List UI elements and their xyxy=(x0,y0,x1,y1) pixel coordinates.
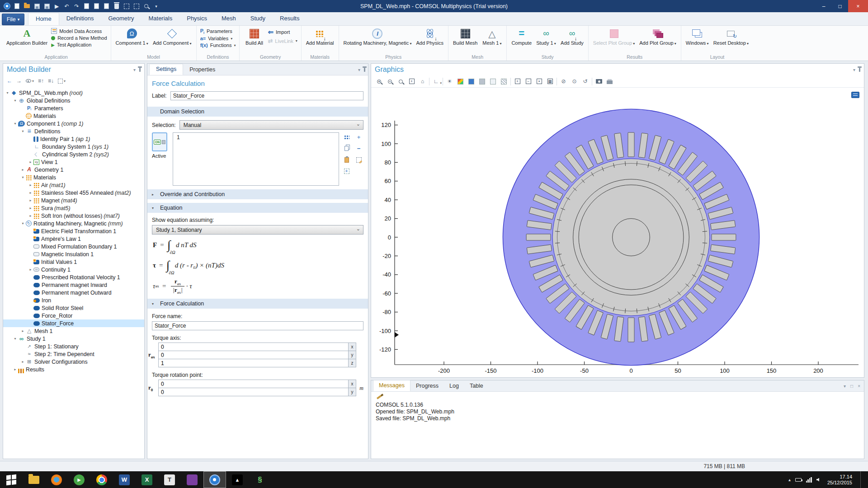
expanded-arrow-icon[interactable]: ▾ xyxy=(20,129,25,133)
tree-item[interactable]: Parameters xyxy=(3,104,144,112)
r0-y-input[interactable] xyxy=(158,388,349,396)
messages-tab-progress[interactable]: Progress xyxy=(410,381,444,391)
tree-item[interactable]: ▸Geometry 1 xyxy=(3,166,144,174)
reset-desktop-button[interactable]: Reset Desktop xyxy=(712,27,750,47)
remove-from-selection-icon[interactable]: − xyxy=(355,145,363,152)
tree-item[interactable]: Step 2: Time Dependent xyxy=(3,350,144,358)
collapsed-arrow-icon[interactable]: ▸ xyxy=(28,198,33,202)
tree-item[interactable]: ▾Materials xyxy=(3,174,144,181)
undo-icon[interactable]: ↶ xyxy=(62,2,71,10)
word-taskbar-icon[interactable]: W xyxy=(113,471,136,488)
tree-item[interactable]: Initial Values 1 xyxy=(3,258,144,266)
pin-icon[interactable] xyxy=(364,68,365,72)
go-to-default-view-icon[interactable]: ⌂ xyxy=(418,77,427,86)
tree-item[interactable]: ▸Solver Configurations xyxy=(3,358,144,366)
collapsed-arrow-icon[interactable]: ▸ xyxy=(13,367,18,371)
show-options-button[interactable]: ▾ xyxy=(26,79,34,83)
app-spring-taskbar-icon[interactable]: § xyxy=(249,471,271,488)
firefox-taskbar-icon[interactable] xyxy=(45,471,68,488)
label-input[interactable] xyxy=(170,91,363,100)
tree-item[interactable]: Boundary System 1(sys 1) xyxy=(3,143,144,150)
create-selection-icon[interactable] xyxy=(343,133,350,141)
panel-dropdown-icon[interactable]: ▾ xyxy=(853,67,855,72)
section-override[interactable]: ▸ Override and Contribution xyxy=(147,189,368,199)
single-color-icon[interactable] xyxy=(467,77,476,86)
find-icon[interactable] xyxy=(142,2,151,10)
tree-item[interactable]: ▾Study 1 xyxy=(3,335,144,343)
material-rendering-icon[interactable] xyxy=(478,77,486,86)
media-green-taskbar-icon[interactable]: ▶ xyxy=(68,471,90,488)
color-theme-icon[interactable] xyxy=(456,77,465,86)
redo-icon[interactable]: ↷ xyxy=(72,2,81,10)
add-to-selection-icon[interactable]: + xyxy=(513,77,522,86)
paste-icon[interactable] xyxy=(92,2,101,10)
equation-study-combo[interactable]: Study 1, Stationary xyxy=(152,225,363,235)
dropdown-icon[interactable]: ▾ xyxy=(844,384,846,389)
ribbon-tab-mesh[interactable]: Mesh xyxy=(214,13,243,25)
app-black-taskbar-icon[interactable]: ▲ xyxy=(226,471,249,488)
compute-button[interactable]: = Compute xyxy=(509,27,533,47)
open-file-icon[interactable] xyxy=(23,2,31,10)
rotating-machinery-button[interactable]: I Rotating Machinery, Magnetic xyxy=(342,27,414,47)
add-to-selection-icon[interactable]: + xyxy=(355,133,363,141)
windows-button[interactable]: Windows xyxy=(684,27,711,47)
tree-item[interactable]: ▸Soft Iron (without losses)(mat7) xyxy=(3,212,144,220)
force-name-input[interactable] xyxy=(152,321,363,330)
save-icon[interactable] xyxy=(33,2,41,10)
build-mesh-button[interactable]: Build Mesh xyxy=(451,27,479,47)
expanded-arrow-icon[interactable]: ▾ xyxy=(5,91,10,95)
rax-z-input[interactable] xyxy=(158,359,349,367)
tree-item[interactable]: ▸Continuity 1 xyxy=(3,266,144,273)
show-selection-icon[interactable]: ▦ xyxy=(546,77,554,86)
show-desktop-button[interactable] xyxy=(860,471,864,488)
messages-tab-table[interactable]: Table xyxy=(464,381,489,391)
ribbon-tab-study[interactable]: Study xyxy=(243,13,273,25)
section-equation[interactable]: ▾ Equation xyxy=(147,203,368,213)
comsol-taskbar-icon[interactable] xyxy=(203,471,226,488)
tree-item[interactable]: ▸View 1 xyxy=(3,158,144,166)
tree-item[interactable]: Materials xyxy=(3,112,144,120)
tree-item[interactable]: Force_Rotor xyxy=(3,312,144,319)
add-physics-button[interactable]: ↓ Add Physics xyxy=(414,27,445,47)
file-explorer-taskbar-icon[interactable] xyxy=(23,471,45,488)
tree-item[interactable]: ▸Mesh 1 xyxy=(3,327,144,335)
rax-y-input[interactable] xyxy=(158,351,349,359)
selection-list[interactable]: 1 xyxy=(173,132,339,186)
select-box-icon[interactable] xyxy=(122,2,131,10)
collapsed-arrow-icon[interactable]: ▸ xyxy=(20,168,25,172)
model-data-access-button[interactable]: Model Data Access xyxy=(51,28,107,34)
tree-item[interactable]: Stator_Force xyxy=(3,319,144,327)
expanded-arrow-icon[interactable]: ▾ xyxy=(20,221,25,225)
collapsed-arrow-icon[interactable]: ▸ xyxy=(28,206,33,210)
tree-item[interactable]: Identity Pair 1(ap 1) xyxy=(3,135,144,143)
start-button[interactable] xyxy=(0,471,23,488)
ribbon-tab-definitions[interactable]: Definitions xyxy=(59,13,101,25)
tree-item[interactable]: ▸Results xyxy=(3,366,144,373)
pin-icon[interactable] xyxy=(139,68,141,72)
tree-item[interactable]: Step 1: Stationary xyxy=(3,343,144,350)
close-icon[interactable]: × xyxy=(858,384,860,389)
collapsed-arrow-icon[interactable]: ▸ xyxy=(28,214,33,218)
add-study-button[interactable]: ∞↓ Add Study xyxy=(559,27,585,47)
print-icon[interactable] xyxy=(605,77,614,86)
zoom-in-icon[interactable]: + xyxy=(375,77,383,86)
copy-selection-icon[interactable] xyxy=(343,145,350,152)
save-as-icon[interactable] xyxy=(42,2,51,10)
collapsed-arrow-icon[interactable]: ▸ xyxy=(28,183,33,187)
tree-item[interactable]: ▸Magnet(mat4) xyxy=(3,197,144,204)
ribbon-tab-results[interactable]: Results xyxy=(273,13,307,25)
tree-item[interactable]: ▾Global Definitions xyxy=(3,97,144,104)
volume-icon[interactable] xyxy=(816,478,819,482)
component-1-button[interactable]: Ω Component 1 xyxy=(114,27,150,47)
collapsed-arrow-icon[interactable]: ▸ xyxy=(28,191,33,195)
tree-item[interactable]: Permanent magnet Outward xyxy=(3,289,144,296)
wireframe-rendering-icon[interactable] xyxy=(489,77,497,86)
functions-button[interactable]: f(x)Functions xyxy=(200,42,236,48)
application-builder-button[interactable]: A Application Builder xyxy=(5,27,49,47)
excel-taskbar-icon[interactable]: X xyxy=(136,471,158,488)
ribbon-tab-home[interactable]: Home xyxy=(28,13,59,25)
r0-x-input[interactable] xyxy=(158,380,349,388)
panel-dropdown-icon[interactable]: ▾ xyxy=(358,67,360,72)
build-all-button[interactable]: Build All xyxy=(242,27,266,47)
tree-item[interactable]: ▸Sura(mat5) xyxy=(3,204,144,212)
